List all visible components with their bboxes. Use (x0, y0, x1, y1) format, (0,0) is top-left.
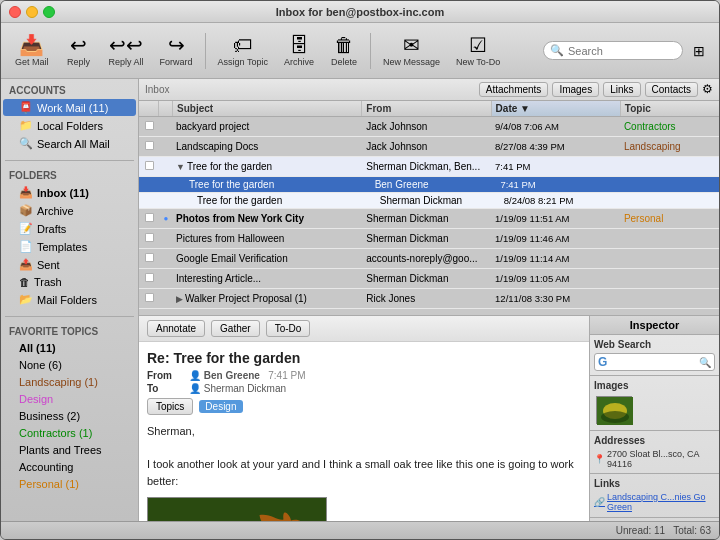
msg-flag[interactable]: ● (159, 213, 173, 224)
accounts-header: Accounts (1, 83, 138, 98)
msg-checkbox[interactable] (139, 118, 159, 135)
msg-checkbox[interactable] (139, 158, 159, 175)
sidebar-item-work-mail[interactable]: 📮 Work Mail (11) (3, 99, 136, 116)
message-row[interactable]: Interesting Article... Sherman Dickman 1… (139, 269, 719, 289)
msg-checkbox[interactable] (139, 210, 159, 227)
sidebar-item-design[interactable]: Design (3, 391, 136, 407)
new-todo-button[interactable]: ☑ New To-Do (450, 32, 506, 70)
col-header-from[interactable]: From (362, 101, 491, 116)
message-row[interactable]: Pictures from Halloween Sherman Dickman … (139, 229, 719, 249)
message-pane: Annotate Gather To-Do Re: Tree for the g… (139, 316, 719, 521)
link-item[interactable]: 🔗 Landscaping C...nies Go Green (594, 492, 715, 512)
col-header-date[interactable]: Date ▼ (492, 101, 621, 116)
images-container (594, 394, 715, 426)
sidebar-item-templates[interactable]: 📄 Templates (3, 238, 136, 255)
msg-checkbox[interactable] (139, 138, 159, 155)
assign-topic-button[interactable]: 🏷 Assign Topic (212, 32, 274, 70)
sidebar-item-landscaping[interactable]: Landscaping (1) (3, 374, 136, 390)
message-row[interactable]: ▶ Walker Project Proposal (1) Rick Jones… (139, 289, 719, 309)
address-item[interactable]: 📍 2700 Sloat Bl...sco, CA 94116 (594, 449, 715, 469)
gear-icon[interactable]: ⚙ (702, 82, 713, 97)
message-body-area: Annotate Gather To-Do Re: Tree for the g… (139, 316, 589, 521)
sidebar-item-drafts[interactable]: 📝 Drafts (3, 220, 136, 237)
msg-checkbox[interactable] (139, 270, 159, 287)
none-label: None (6) (19, 359, 62, 371)
msg-flag[interactable] (159, 238, 173, 240)
sidebar-item-none[interactable]: None (6) (3, 357, 136, 373)
msg-flag[interactable] (159, 278, 173, 280)
browse-button[interactable]: ⊞ (687, 41, 711, 61)
attachments-button[interactable]: Attachments (479, 82, 549, 97)
thread-toggle[interactable]: ▼ (176, 162, 185, 172)
msg-flag[interactable] (159, 126, 173, 128)
image-thumbnail[interactable] (596, 396, 632, 424)
sidebar-item-business[interactable]: Business (2) (3, 408, 136, 424)
forward-button[interactable]: ↪ Forward (154, 32, 199, 70)
sidebar-item-trash[interactable]: 🗑 Trash (3, 274, 136, 290)
annotate-button[interactable]: Annotate (147, 320, 205, 337)
traffic-lights[interactable] (9, 6, 55, 18)
sidebar-item-all[interactable]: All (11) (3, 340, 136, 356)
msg-flag[interactable] (159, 166, 173, 168)
sidebar-item-accounting[interactable]: Accounting (3, 459, 136, 475)
sidebar-item-archive[interactable]: 📦 Archive (3, 202, 136, 219)
titlebar: Inbox for ben@postbox-inc.com (1, 1, 719, 23)
message-row[interactable]: Landscaping Docs Jack Johnson 8/27/08 4:… (139, 137, 719, 157)
inspector-links: Links 🔗 Landscaping C...nies Go Green (590, 474, 719, 518)
sidebar-item-inbox[interactable]: 📥 Inbox (11) (3, 184, 136, 201)
close-button[interactable] (9, 6, 21, 18)
sidebar-item-mail-folders[interactable]: 📂 Mail Folders (3, 291, 136, 308)
images-button[interactable]: Images (552, 82, 599, 97)
msg-flag[interactable] (159, 258, 173, 260)
new-message-button[interactable]: ✉ New Message (377, 32, 446, 70)
msg-from: Rick Jones (363, 292, 492, 305)
msg-flag[interactable] (167, 200, 181, 202)
sidebar-item-local-folders[interactable]: 📁 Local Folders (3, 117, 136, 134)
msg-date: 8/24/08 8:21 PM (501, 194, 625, 207)
message-row[interactable]: ▼ Tree for the garden Sherman Dickman, B… (139, 157, 719, 177)
msg-flag[interactable] (159, 146, 173, 148)
msg-flag[interactable] (159, 298, 173, 300)
msg-checkbox[interactable] (139, 184, 159, 186)
msg-checkbox[interactable] (147, 200, 167, 202)
message-row[interactable]: ● Photos from New York City Sherman Dick… (139, 209, 719, 229)
todo-button[interactable]: To-Do (266, 320, 311, 337)
sidebar-item-personal[interactable]: Personal (1) (3, 476, 136, 492)
links-button[interactable]: Links (603, 82, 640, 97)
search-input[interactable] (568, 45, 676, 57)
contacts-button[interactable]: Contacts (645, 82, 698, 97)
get-mail-button[interactable]: 📥 Get Mail (9, 32, 55, 70)
minimize-button[interactable] (26, 6, 38, 18)
msg-flag[interactable] (159, 184, 173, 186)
archive-folder-icon: 📦 (19, 204, 33, 217)
msg-checkbox[interactable] (139, 290, 159, 307)
message-row[interactable]: Tree for the garden Sherman Dickman 8/24… (139, 193, 719, 209)
web-search-bar[interactable]: G 🔍 (594, 353, 715, 371)
design-topic-tag[interactable]: Design (199, 400, 242, 413)
sidebar-item-search-all[interactable]: 🔍 Search All Mail (3, 135, 136, 152)
reply-all-button[interactable]: ↩↩ Reply All (103, 32, 150, 70)
msg-checkbox[interactable] (139, 250, 159, 267)
msg-subject: Photos from New York City (173, 212, 363, 225)
web-search-button[interactable]: 🔍 (699, 357, 711, 368)
sidebar-item-plants-trees[interactable]: Plants and Trees (3, 442, 136, 458)
delete-button[interactable]: 🗑 Delete (324, 32, 364, 70)
sidebar-item-contractors[interactable]: Contractors (1) (3, 425, 136, 441)
msg-date: 1/19/09 11:14 AM (492, 252, 621, 265)
msg-checkbox[interactable] (139, 230, 159, 247)
gather-button[interactable]: Gather (211, 320, 260, 337)
message-row[interactable]: Tree for the garden Ben Greene 7:41 PM (139, 177, 719, 193)
search-box[interactable]: 🔍 (543, 41, 683, 60)
message-row[interactable]: Google Email Verification accounts-norep… (139, 249, 719, 269)
col-header-subject[interactable]: Subject (173, 101, 362, 116)
sidebar-item-sent[interactable]: 📤 Sent (3, 256, 136, 273)
web-search-input[interactable] (607, 357, 699, 368)
topics-tag-button[interactable]: Topics (147, 398, 193, 415)
col-header-topic[interactable]: Topic (621, 101, 719, 116)
design-label: Design (19, 393, 53, 405)
message-row[interactable]: backyard project Jack Johnson 9/4/08 7:0… (139, 117, 719, 137)
reply-button[interactable]: ↩ Reply (59, 32, 99, 70)
maximize-button[interactable] (43, 6, 55, 18)
thread-toggle[interactable]: ▶ (176, 294, 183, 304)
archive-button[interactable]: 🗄 Archive (278, 32, 320, 70)
